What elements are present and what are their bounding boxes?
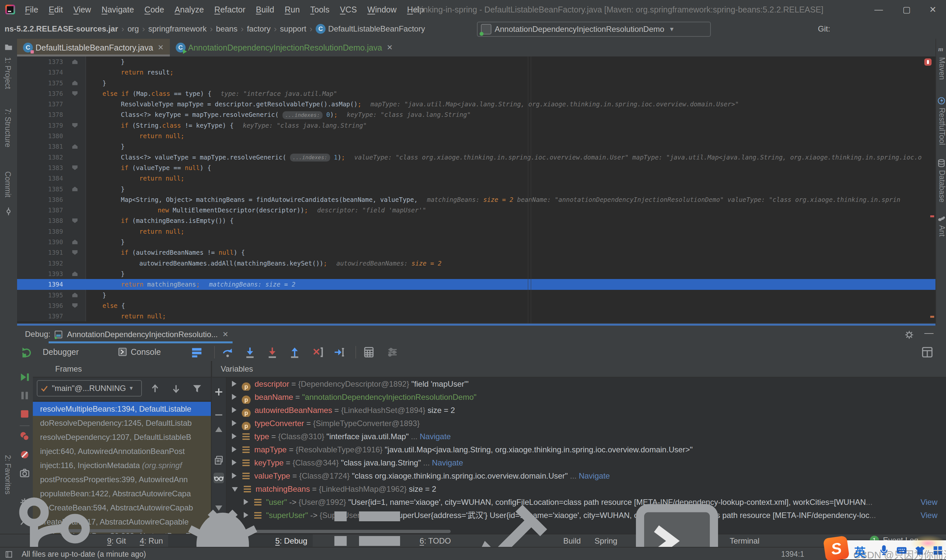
force-step-into-button[interactable]: [266, 346, 279, 358]
tool-stripe-ant[interactable]: Ant: [937, 225, 946, 237]
breadcrumb-item[interactable]: org: [128, 24, 139, 34]
fold-end-icon[interactable]: [72, 293, 77, 297]
toolwindow-button-terminal[interactable]: Terminal: [622, 534, 765, 548]
ant-icon[interactable]: [937, 215, 946, 223]
code-line[interactable]: 1385}: [17, 184, 935, 194]
line-number[interactable]: 1394: [17, 279, 66, 289]
fold-gutter[interactable]: [66, 311, 86, 322]
line-number[interactable]: 1374: [17, 67, 66, 77]
menu-item-run[interactable]: Run: [279, 5, 305, 14]
fold-end-icon[interactable]: [72, 187, 77, 191]
fold-gutter[interactable]: [66, 300, 86, 311]
line-number[interactable]: 1378: [17, 109, 66, 120]
menu-item-edit[interactable]: Edit: [43, 5, 68, 14]
maximize-button[interactable]: ▢: [902, 5, 912, 14]
code-line[interactable]: 1393}: [17, 269, 935, 279]
view-link[interactable]: View: [918, 496, 937, 509]
tool-stripe-commit[interactable]: Commit: [3, 171, 12, 197]
fold-gutter[interactable]: [66, 99, 86, 109]
tool-stripe-database[interactable]: Database: [937, 170, 946, 202]
fold-gutter[interactable]: [66, 173, 86, 183]
line-number[interactable]: 1381: [17, 141, 66, 152]
code-line[interactable]: 1377ResolvableType mapType = descriptor.…: [17, 99, 935, 109]
scroll-up-icon[interactable]: [214, 424, 224, 435]
layout-settings-icon[interactable]: [191, 346, 203, 358]
code-line[interactable]: 1397return null;: [17, 311, 935, 322]
fold-gutter[interactable]: [66, 279, 86, 289]
maven-icon[interactable]: m: [937, 45, 946, 53]
code-line[interactable]: 1384return null;: [17, 173, 935, 183]
code-line[interactable]: 1383if (valueType == null) {: [17, 163, 935, 173]
commit-icon[interactable]: [4, 207, 13, 216]
close-icon[interactable]: ✕: [158, 43, 163, 52]
code-line[interactable]: 1380return null;: [17, 131, 935, 141]
fold-gutter[interactable]: [66, 247, 86, 258]
expand-icon[interactable]: [232, 381, 236, 387]
frame-row[interactable]: postProcessProperties:399, AutowiredAnn: [33, 472, 211, 486]
hide-panel-icon[interactable]: —: [924, 328, 934, 338]
code-line[interactable]: 1387new MultiElementDescriptor(descripto…: [17, 205, 935, 215]
fold-start-icon[interactable]: [72, 303, 77, 308]
code-line[interactable]: 1381}: [17, 141, 935, 152]
tool-stripe-structure[interactable]: 7: Structure: [3, 108, 12, 148]
run-configuration-select[interactable]: AnnotationDependencyInjectionResolutionD…: [477, 22, 711, 37]
code-line[interactable]: 1389return null;: [17, 226, 935, 237]
line-number[interactable]: 1397: [17, 311, 66, 322]
fold-start-icon[interactable]: [72, 218, 77, 223]
breadcrumb-item[interactable]: factory: [247, 24, 271, 34]
code-line[interactable]: 1391if (autowiredBeanNames != null) {: [17, 247, 935, 258]
rerun-button[interactable]: [20, 346, 33, 358]
menu-item-tools[interactable]: Tools: [305, 5, 335, 14]
tool-stripe-favorites[interactable]: 2: Favorites: [3, 455, 12, 494]
menu-item-refactor[interactable]: Refactor: [209, 5, 251, 14]
fold-end-icon[interactable]: [72, 59, 77, 64]
run-to-cursor-button[interactable]: [333, 346, 345, 358]
fold-gutter[interactable]: [66, 237, 86, 247]
code-line[interactable]: 1392autowiredBeanNames.addAll(matchingBe…: [17, 258, 935, 269]
expand-icon[interactable]: [232, 433, 236, 439]
fold-start-icon[interactable]: [72, 250, 77, 255]
mute-breakpoints-button[interactable]: [19, 449, 30, 460]
variable-row[interactable]: type = {Class@310} "interface java.util.…: [226, 430, 946, 443]
hide-library-frames-icon[interactable]: [192, 383, 202, 394]
expand-icon[interactable]: [232, 407, 236, 413]
line-number[interactable]: 1377: [17, 99, 66, 109]
fold-gutter[interactable]: [66, 57, 86, 67]
menu-item-view[interactable]: View: [68, 5, 96, 14]
variable-row[interactable]: keyType = {Class@344} "class java.lang.S…: [226, 456, 946, 469]
tab-debugger[interactable]: Debugger: [43, 343, 79, 360]
code-line[interactable]: 1382Class<?> valueType = mapType.resolve…: [17, 152, 935, 163]
frame-row[interactable]: resolveDependency:1207, DefaultListableB: [33, 430, 211, 444]
line-number[interactable]: 1375: [17, 78, 66, 88]
collapse-icon[interactable]: [232, 487, 238, 492]
line-number[interactable]: 1384: [17, 173, 66, 183]
line-number[interactable]: 1385: [17, 184, 66, 194]
code-line[interactable]: 1376else if (Map.class == type) {type: "…: [17, 88, 935, 99]
restfultool-icon[interactable]: [937, 97, 946, 105]
fold-start-icon[interactable]: [72, 165, 77, 170]
menu-item-build[interactable]: Build: [251, 5, 279, 14]
toolwindow-toggle-icon[interactable]: [5, 550, 13, 559]
menu-item-file[interactable]: File: [20, 5, 43, 14]
code-line[interactable]: 1374return result;: [17, 67, 935, 77]
toolwindow-button-debug[interactable]: 5: Debug: [168, 534, 313, 548]
line-number[interactable]: 1382: [17, 152, 66, 163]
minimize-button[interactable]: —: [874, 5, 884, 14]
tool-stripe-restfultool[interactable]: RestfulTool: [937, 108, 946, 145]
fold-start-icon[interactable]: [72, 91, 77, 96]
variable-row[interactable]: pbeanName = "annotationDependencyInjecti…: [226, 391, 946, 404]
line-number[interactable]: 1379: [17, 120, 66, 131]
frame-row[interactable]: resolveMultipleBeans:1394, DefaultListab…: [33, 402, 211, 416]
step-into-button[interactable]: [244, 346, 256, 358]
code-line[interactable]: 1395}: [17, 290, 935, 300]
previous-frame-button[interactable]: [150, 383, 160, 394]
toolwindow-button-spring[interactable]: Spring: [586, 534, 622, 548]
frame-row[interactable]: doResolveDependency:1245, DefaultListab: [33, 416, 211, 430]
line-number[interactable]: 1383: [17, 163, 66, 173]
fold-gutter[interactable]: [66, 194, 86, 205]
stop-process-button[interactable]: [19, 408, 30, 420]
fold-gutter[interactable]: [66, 120, 86, 131]
fold-gutter[interactable]: [66, 215, 86, 226]
error-stripe-mark[interactable]: [930, 215, 934, 217]
tool-stripe-maven[interactable]: Maven: [937, 57, 946, 80]
